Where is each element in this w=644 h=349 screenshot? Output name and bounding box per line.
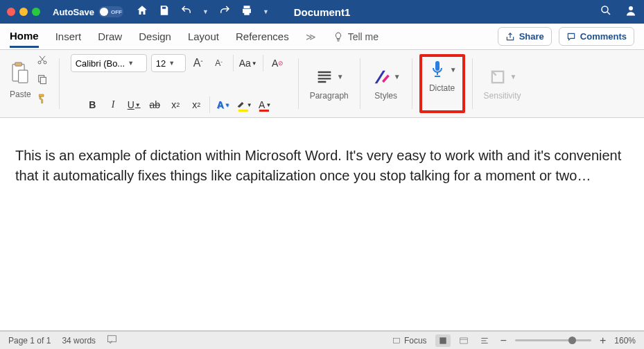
paste-button[interactable]: Paste: [10, 62, 31, 99]
tabs-overflow-icon[interactable]: ≫: [306, 31, 316, 42]
bold-button[interactable]: B: [83, 96, 101, 113]
tab-references[interactable]: References: [236, 26, 289, 46]
document-title: Document1: [294, 6, 351, 18]
tab-insert[interactable]: Insert: [55, 26, 82, 46]
highlighter-icon: [236, 100, 246, 110]
ribbon: Paste Calibri (Bo...▼ 12▼ Aˆ Aˇ Aa▼ A⊘: [0, 50, 644, 118]
styles-icon: [372, 67, 391, 87]
zoom-in-button[interactable]: +: [597, 334, 609, 347]
page-indicator[interactable]: Page 1 of 1: [8, 336, 51, 346]
clipboard-icon: [10, 62, 31, 88]
sensitivity-tag-icon: [488, 67, 507, 87]
minimize-window-button[interactable]: [19, 8, 28, 16]
title-bar: AutoSave OFF ▼ ▼ Document1: [0, 0, 644, 24]
svg-rect-14: [460, 337, 467, 343]
copy-icon[interactable]: [37, 74, 48, 87]
svg-point-1: [629, 6, 633, 10]
chevron-down-icon: ▼: [337, 73, 344, 80]
tab-draw[interactable]: Draw: [98, 26, 122, 46]
clipboard-group: Paste: [6, 54, 52, 113]
tab-design[interactable]: Design: [139, 26, 171, 46]
chevron-down-icon: ▼: [450, 66, 457, 74]
dictate-label: Dictate: [429, 83, 455, 93]
subscript-button[interactable]: x2: [166, 96, 184, 113]
document-canvas[interactable]: This is an example of dictation within M…: [0, 118, 644, 331]
font-group: Calibri (Bo...▼ 12▼ Aˆ Aˇ Aa▼ A⊘ B I U▼ …: [67, 54, 291, 113]
dictate-highlight-box: ▼ Dictate: [419, 54, 465, 113]
strikethrough-button[interactable]: ab: [146, 96, 164, 113]
sensitivity-label: Sensitivity: [484, 91, 521, 101]
paragraph-label: Paragraph: [310, 91, 349, 101]
sensitivity-button: ▼ Sensitivity: [480, 54, 525, 113]
change-case-button[interactable]: Aa▼: [239, 55, 257, 71]
toggle-switch-off[interactable]: OFF: [98, 6, 123, 17]
svg-rect-3: [15, 62, 22, 66]
chevron-down-icon: ▼: [394, 73, 401, 80]
zoom-level[interactable]: 160%: [614, 336, 636, 346]
font-size-dropdown[interactable]: 12▼: [151, 54, 186, 72]
share-icon: [505, 32, 515, 42]
clear-formatting-button[interactable]: A⊘: [269, 55, 287, 71]
ribbon-tabs: Home Insert Draw Design Layout Reference…: [0, 24, 644, 50]
decrease-font-size-button[interactable]: Aˇ: [211, 55, 227, 71]
chevron-down-icon: ▼: [510, 73, 517, 80]
zoom-slider[interactable]: [515, 339, 591, 341]
maximize-window-button[interactable]: [32, 8, 40, 16]
tab-home[interactable]: Home: [10, 26, 39, 48]
svg-rect-4: [19, 70, 28, 83]
word-count[interactable]: 34 words: [62, 336, 96, 346]
home-icon[interactable]: [136, 4, 148, 19]
format-painter-icon[interactable]: [37, 93, 48, 107]
close-window-button[interactable]: [7, 8, 15, 16]
account-icon[interactable]: [625, 4, 637, 19]
status-bar: Page 1 of 1 34 words Focus − + 160%: [0, 331, 644, 349]
paragraph-lines-icon: [315, 67, 334, 87]
paragraph-group[interactable]: ▼ Paragraph: [306, 54, 353, 113]
tab-layout[interactable]: Layout: [188, 26, 219, 46]
font-color-button[interactable]: A▼: [256, 96, 274, 113]
chevron-down-icon: ▼: [128, 60, 134, 67]
svg-rect-13: [440, 337, 446, 343]
cut-icon[interactable]: [37, 54, 48, 68]
chevron-down-icon: ▼: [168, 60, 175, 67]
undo-dropdown-icon[interactable]: ▼: [202, 8, 209, 15]
window-controls: [7, 8, 40, 16]
italic-button[interactable]: I: [104, 96, 122, 113]
microphone-icon: [428, 60, 447, 79]
underline-button[interactable]: U▼: [125, 96, 143, 113]
increase-font-size-button[interactable]: Aˆ: [190, 55, 207, 71]
autosave-toggle[interactable]: AutoSave OFF: [53, 6, 123, 17]
web-layout-view-button[interactable]: [456, 334, 471, 347]
superscript-button[interactable]: x2: [187, 96, 205, 113]
highlight-button[interactable]: ▼: [235, 96, 253, 113]
undo-icon[interactable]: [180, 4, 193, 19]
text-effects-button[interactable]: A▼: [214, 96, 232, 113]
save-icon[interactable]: [158, 4, 171, 19]
styles-label: Styles: [374, 91, 397, 101]
zoom-out-button[interactable]: −: [498, 334, 510, 347]
autosave-label: AutoSave: [53, 7, 94, 17]
focus-mode-button[interactable]: Focus: [389, 334, 430, 347]
tell-me-search[interactable]: Tell me: [333, 31, 378, 42]
styles-group[interactable]: ▼ Styles: [367, 54, 405, 113]
qat-customize-icon[interactable]: ▼: [263, 8, 269, 15]
comment-icon: [566, 32, 576, 42]
svg-rect-8: [40, 77, 46, 83]
comments-button[interactable]: Comments: [559, 27, 634, 46]
print-icon[interactable]: [241, 4, 253, 19]
search-icon[interactable]: [600, 4, 612, 19]
paste-label: Paste: [10, 90, 31, 99]
quick-access-toolbar: ▼ ▼: [136, 4, 269, 19]
document-body-text[interactable]: This is an example of dictation within M…: [15, 146, 629, 186]
dictate-button[interactable]: ▼ Dictate: [424, 60, 461, 93]
bulb-icon: [333, 31, 344, 42]
outline-view-button[interactable]: [477, 334, 492, 347]
svg-rect-12: [393, 338, 399, 343]
redo-icon[interactable]: [218, 4, 231, 19]
svg-point-0: [602, 6, 608, 12]
font-name-dropdown[interactable]: Calibri (Bo...▼: [71, 54, 147, 72]
svg-rect-9: [435, 61, 440, 71]
print-layout-view-button[interactable]: [435, 334, 451, 347]
share-button[interactable]: Share: [498, 27, 552, 46]
spell-check-icon[interactable]: [107, 334, 119, 346]
